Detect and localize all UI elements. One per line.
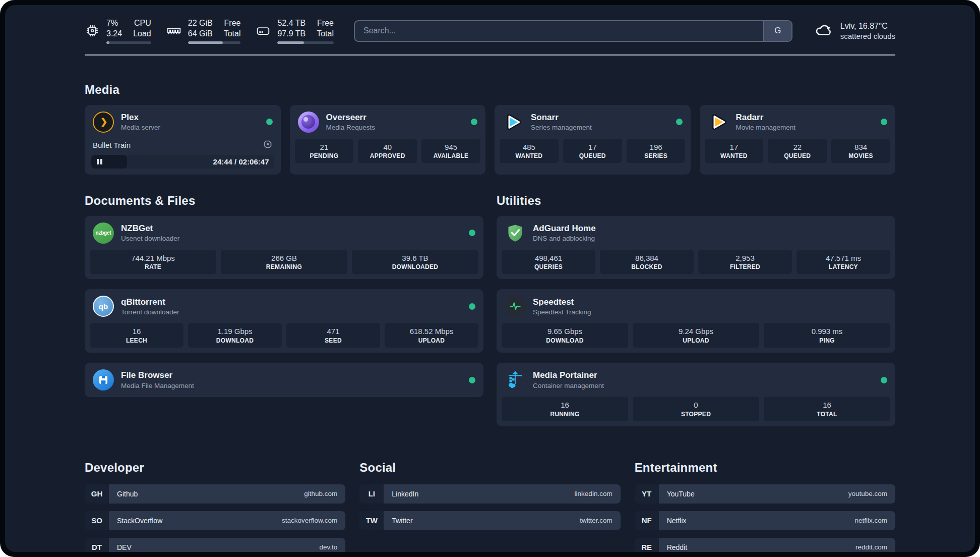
radarr-icon: [708, 112, 729, 133]
bookmark-name: Netflix: [667, 517, 687, 525]
stat-latency: 47.571 ms LATENCY: [797, 250, 890, 274]
playback-time: 24:44 / 02:06:47: [213, 157, 274, 166]
card-overseerr[interactable]: Overseerr Media Requests 21 PENDING 40 A…: [290, 105, 486, 175]
bookmark-stackoverflow[interactable]: SO StackOverflow stackoverflow.com: [85, 511, 345, 530]
bookmark-url: dev.to: [320, 543, 338, 551]
status-dot-online: [471, 119, 477, 125]
bookmark-url: netflix.com: [854, 517, 887, 524]
playback-progress-fill: [91, 155, 127, 169]
card-plex[interactable]: ❯ Plex Media server Bullet Train: [85, 105, 281, 175]
card-portainer[interactable]: Media Portainer Container management 16 …: [497, 363, 895, 426]
bookmark-url: stackoverflow.com: [282, 517, 337, 524]
pause-icon[interactable]: [97, 159, 102, 164]
stat-running: 16 RUNNING: [502, 397, 628, 421]
card-speedtest[interactable]: Speedtest Speedtest Tracking 9.65 Gbps D…: [497, 289, 895, 353]
service-title: Plex: [121, 113, 160, 123]
overseerr-icon: [298, 112, 319, 133]
bookmarks-entertainment: Entertainment YT YouTube youtube.com NF …: [635, 461, 895, 552]
status-dot-online: [266, 119, 273, 125]
stat-wanted: 17 WANTED: [705, 139, 764, 163]
memory-widget: 22 GiB 64 GiB Free Total: [166, 18, 241, 44]
nzbget-icon: nzbget: [93, 222, 114, 244]
weather-widget: Lviv, 16.87°C scattered clouds: [813, 20, 895, 41]
card-filebrowser[interactable]: File Browser Media File Management: [85, 363, 483, 397]
section-title-developer: Developer: [85, 461, 345, 475]
stat-remaining: 266 GB REMAINING: [221, 250, 347, 274]
now-playing-title: Bullet Train: [93, 141, 131, 149]
service-title: qBittorrent: [121, 297, 179, 307]
disk-icon: [256, 23, 271, 38]
stat-movies: 834 MOVIES: [831, 139, 890, 163]
section-documents: Documents & Files nzbget NZBGet Usenet d…: [85, 194, 483, 426]
bookmark-netflix[interactable]: NF Netflix netflix.com: [635, 511, 895, 530]
bookmark-url: twitter.com: [580, 517, 612, 524]
bookmark-abbr: LI: [359, 484, 384, 504]
bookmarks-social: Social LI LinkedIn linkedin.com TW Twitt…: [359, 461, 620, 552]
memory-progress-bar: [188, 41, 241, 44]
bookmark-name: StackOverflow: [117, 517, 162, 525]
bookmark-name: DEV: [117, 543, 132, 551]
card-adguard[interactable]: AdGuard Home DNS and adblocking 498,461 …: [497, 216, 895, 280]
system-widgets: 7% 3.24 CPU Load: [85, 18, 334, 44]
service-title: AdGuard Home: [533, 224, 596, 234]
status-dot-online: [881, 119, 887, 125]
stat-upload: 9.24 Gbps UPLOAD: [633, 323, 759, 348]
stat-series: 196 SERIES: [627, 139, 686, 163]
section-title-social: Social: [359, 461, 620, 475]
filebrowser-icon: [93, 369, 114, 391]
section-title-utilities: Utilities: [497, 194, 895, 208]
search-bar: G: [354, 20, 792, 42]
stat-seed: 471 SEED: [286, 323, 380, 348]
sonarr-icon: [503, 112, 524, 133]
disk-labels: Free Total: [317, 18, 334, 39]
bookmark-url: linkedin.com: [575, 490, 612, 497]
bookmark-abbr: YT: [635, 484, 659, 504]
bookmark-abbr: DT: [85, 538, 109, 552]
stat-total: 16 TOTAL: [764, 397, 890, 421]
bookmark-reddit[interactable]: RE Reddit reddit.com: [635, 538, 895, 552]
header-divider: [85, 54, 895, 55]
service-subtitle: Usenet downloader: [121, 235, 179, 242]
status-dot-online: [469, 303, 475, 310]
bookmarks-developer: Developer GH Github github.com SO StackO…: [85, 461, 345, 552]
stat-filtered: 2,953 FILTERED: [698, 250, 792, 274]
adguard-icon: [505, 222, 526, 244]
bookmark-abbr: NF: [635, 511, 659, 530]
section-utilities: Utilities: [497, 194, 895, 426]
bookmark-dev[interactable]: DT DEV dev.to: [85, 538, 345, 552]
status-dot-online: [881, 377, 887, 383]
session-icon[interactable]: [263, 139, 273, 151]
service-subtitle: Container management: [533, 382, 604, 389]
stat-queries: 498,461 QUERIES: [502, 250, 595, 274]
bookmark-twitter[interactable]: TW Twitter twitter.com: [359, 511, 620, 530]
bookmark-youtube[interactable]: YT YouTube youtube.com: [635, 484, 895, 504]
service-subtitle: Media Requests: [326, 124, 376, 131]
card-radarr[interactable]: Radarr Movie management 17 WANTED 22 QUE…: [700, 105, 896, 175]
card-qbittorrent[interactable]: qb qBittorrent Torrent downloader 16 LEE…: [85, 289, 483, 353]
stat-approved: 40 APPROVED: [358, 139, 417, 163]
stat-stopped: 0 STOPPED: [633, 397, 759, 421]
status-dot-online: [469, 377, 475, 383]
search-input[interactable]: [355, 21, 763, 41]
stat-ping: 0.993 ms PING: [764, 323, 890, 348]
bookmark-url: youtube.com: [848, 490, 887, 497]
cpu-labels: CPU Load: [133, 18, 151, 39]
search-provider-button[interactable]: G: [763, 21, 791, 41]
playback-progress: 24:44 / 02:06:47: [91, 155, 274, 169]
card-sonarr[interactable]: Sonarr Series management 485 WANTED 17 Q…: [495, 105, 691, 175]
stat-queued: 22 QUEUED: [768, 139, 827, 163]
speedtest-icon: [505, 296, 526, 317]
bookmark-linkedin[interactable]: LI LinkedIn linkedin.com: [359, 484, 620, 504]
bookmark-github[interactable]: GH Github github.com: [85, 484, 345, 504]
cpu-values: 7% 3.24: [106, 18, 122, 39]
service-subtitle: Speedtest Tracking: [533, 308, 591, 316]
stat-upload: 618.52 Mbps UPLOAD: [385, 323, 478, 348]
card-nzbget[interactable]: nzbget NZBGet Usenet downloader 744.21 M…: [85, 216, 483, 280]
bookmark-abbr: SO: [85, 511, 109, 530]
service-subtitle: Media File Management: [121, 382, 194, 389]
section-title-documents: Documents & Files: [85, 194, 483, 208]
stat-wanted: 485 WANTED: [500, 139, 559, 163]
service-title: Sonarr: [531, 113, 592, 123]
memory-values: 22 GiB 64 GiB: [188, 18, 213, 39]
service-title: Media Portainer: [533, 370, 604, 380]
